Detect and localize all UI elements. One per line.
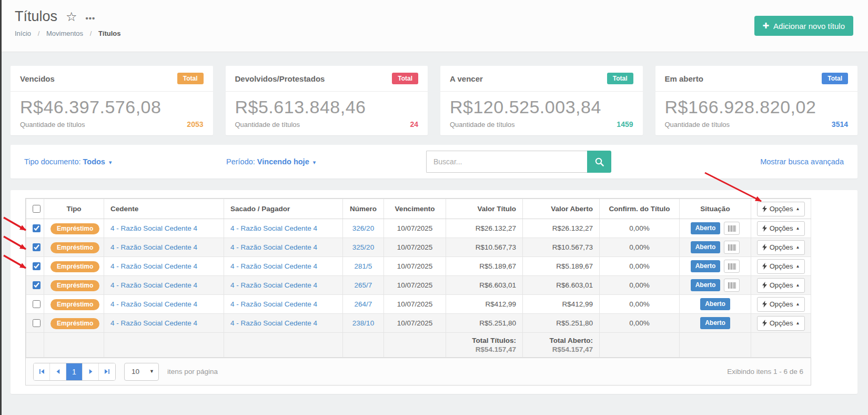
select-all-checkbox[interactable] [33, 205, 41, 213]
table-body: Empréstimo 4 - Razão Social Cedente 4 4 … [26, 219, 811, 333]
row-checkbox[interactable] [33, 243, 41, 251]
next-page-icon [88, 369, 94, 374]
header-numero: Número [343, 199, 384, 219]
barcode-button[interactable] [724, 241, 740, 254]
sacado-link[interactable]: 4 - Razão Social Cedente 4 [230, 243, 317, 251]
vencimento-cell: 10/07/2025 [384, 314, 446, 333]
table-header-row: Tipo Cedente Sacado / Pagador Número Ven… [26, 199, 811, 219]
confirm-cell: 0,00% [600, 295, 680, 314]
sacado-link[interactable]: 4 - Razão Social Cedente 4 [230, 262, 317, 270]
valor-aberto-cell: R$10.567,73 [523, 238, 600, 257]
magnifier-icon [594, 157, 604, 167]
numero-link[interactable]: 238/10 [352, 319, 374, 327]
barcode-icon [728, 225, 736, 232]
search-input[interactable] [426, 151, 587, 173]
valor-titulo-cell: R$10.567,73 [446, 238, 523, 257]
pager: 1 10 ▼ itens por página Exibindo itens 1… [26, 358, 811, 385]
advanced-search-link[interactable]: Mostrar busca avançada [760, 157, 844, 166]
valor-titulo-cell: R$5.251,80 [446, 314, 523, 333]
header-confirm: Confirm. do Título [600, 199, 680, 219]
row-options-button[interactable]: Opções ▲ [757, 316, 805, 331]
card-qty-label: Quantidade de títulos [235, 121, 300, 129]
prev-page-button[interactable] [50, 363, 66, 380]
row-checkbox[interactable] [33, 224, 41, 232]
card-em-aberto: Em aberto Total R$166.928.820,02 Quantid… [655, 66, 858, 135]
card-count: 2053 [187, 120, 203, 129]
periodo-filter[interactable]: Período: Vincendo hoje ▾ [226, 157, 426, 166]
valor-aberto-cell: R$5.251,80 [523, 314, 600, 333]
table-row: Empréstimo 4 - Razão Social Cedente 4 4 … [26, 238, 811, 257]
numero-link[interactable]: 325/20 [352, 243, 374, 251]
next-page-button[interactable] [83, 363, 99, 380]
favorite-star-icon[interactable]: ☆ [66, 11, 77, 23]
add-new-titulo-button[interactable]: ✚ Adicionar novo título [754, 16, 854, 36]
sacado-link[interactable]: 4 - Razão Social Cedente 4 [230, 281, 317, 289]
sacado-link[interactable]: 4 - Razão Social Cedente 4 [230, 300, 317, 308]
breadcrumb-inicio[interactable]: Início [15, 29, 31, 37]
card-title: A vencer [450, 74, 483, 83]
valor-aberto-cell: R$26.132,27 [523, 219, 600, 238]
numero-link[interactable]: 326/20 [352, 224, 374, 232]
total-badge: Total [392, 73, 418, 84]
card-title: Em aberto [665, 74, 703, 83]
row-options-button[interactable]: Opções ▲ [757, 297, 805, 312]
search-button[interactable] [587, 151, 611, 173]
header-cedente: Cedente [104, 199, 224, 219]
vencimento-cell: 10/07/2025 [384, 257, 446, 276]
barcode-icon [728, 282, 736, 289]
barcode-button[interactable] [724, 279, 740, 292]
cedente-link[interactable]: 4 - Razão Social Cedente 4 [110, 300, 197, 308]
row-options-button[interactable]: Opções ▲ [757, 240, 805, 255]
cedente-link[interactable]: 4 - Razão Social Cedente 4 [110, 319, 197, 327]
breadcrumb-separator: / [38, 29, 40, 37]
chevron-up-icon: ▲ [795, 302, 800, 307]
page-title: Títulos [15, 8, 57, 25]
first-page-button[interactable] [34, 363, 50, 380]
lightning-icon [762, 301, 767, 308]
page-size-select[interactable]: 10 [124, 363, 159, 381]
card-value: R$120.525.003,84 [450, 97, 633, 117]
first-page-icon [39, 369, 45, 374]
cedente-link[interactable]: 4 - Razão Social Cedente 4 [110, 243, 197, 251]
row-checkbox[interactable] [33, 262, 41, 270]
row-options-button[interactable]: Opções ▲ [757, 278, 805, 293]
tipo-badge: Empréstimo [51, 242, 99, 253]
valor-aberto-cell: R$6.603,01 [523, 276, 600, 295]
card-qty-label: Quantidade de títulos [20, 121, 85, 129]
numero-link[interactable]: 264/7 [355, 300, 372, 308]
tipo-badge: Empréstimo [51, 299, 99, 310]
lightning-icon [762, 320, 767, 327]
breadcrumb-movimentos[interactable]: Movimentos [46, 29, 83, 37]
confirm-cell: 0,00% [600, 276, 680, 295]
chevron-up-icon: ▲ [795, 264, 800, 269]
breadcrumb-current: Títulos [98, 29, 121, 37]
plus-icon: ✚ [763, 21, 770, 31]
tipo-documento-filter[interactable]: Tipo documento: Todos ▾ [24, 157, 226, 166]
row-checkbox[interactable] [33, 319, 41, 327]
row-checkbox[interactable] [33, 300, 41, 308]
cedente-link[interactable]: 4 - Razão Social Cedente 4 [110, 281, 197, 289]
cedente-link[interactable]: 4 - Razão Social Cedente 4 [110, 262, 197, 270]
header-options-button[interactable]: Opções ▲ [757, 202, 805, 216]
barcode-button[interactable] [724, 222, 740, 235]
cedente-link[interactable]: 4 - Razão Social Cedente 4 [110, 224, 197, 232]
more-options-icon[interactable]: ••• [86, 11, 96, 23]
barcode-icon [728, 263, 736, 270]
chevron-down-icon: ▾ [313, 159, 316, 165]
options-label: Opções [770, 281, 793, 289]
last-page-button[interactable] [99, 363, 115, 380]
lightning-icon [762, 225, 767, 232]
sacado-link[interactable]: 4 - Razão Social Cedente 4 [230, 319, 317, 327]
header-valor-aberto: Valor Aberto [523, 199, 600, 219]
header-valor-titulo: Valor Título [446, 199, 523, 219]
row-checkbox[interactable] [33, 281, 41, 289]
row-options-button[interactable]: Opções ▲ [757, 221, 805, 236]
numero-link[interactable]: 281/5 [355, 262, 372, 270]
barcode-button[interactable] [724, 260, 740, 273]
sacado-link[interactable]: 4 - Razão Social Cedente 4 [230, 224, 317, 232]
numero-link[interactable]: 265/7 [355, 281, 372, 289]
card-qty-label: Quantidade de títulos [665, 121, 730, 129]
header-sacado: Sacado / Pagador [224, 199, 343, 219]
row-options-button[interactable]: Opções ▲ [757, 259, 805, 274]
page-number-button[interactable]: 1 [66, 363, 83, 380]
